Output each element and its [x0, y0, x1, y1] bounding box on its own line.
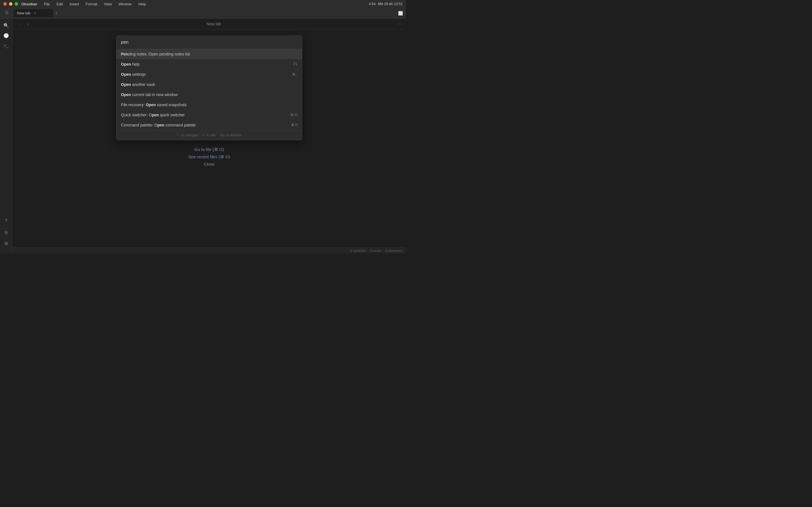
sidebar-item-help[interactable]: ? [2, 216, 11, 225]
sidebar-item-community[interactable]: ◎ [2, 228, 11, 237]
result-quick-switcher-text: Quick switcher: Open quick switcher [121, 113, 287, 117]
result-command-palette-text: Command palette: Open command palette [121, 123, 288, 127]
title-bar: Obsidian File Edit Insert Format View Wi… [0, 0, 406, 8]
tab-bar: ☰ New tab ✕ + ⬜ [0, 8, 406, 18]
active-tab[interactable]: New tab ✕ [13, 9, 53, 17]
sidebar: 🔍 🕐 >_ ? ◎ ⚙ [0, 18, 12, 253]
result-open-new-window-text: Open current tab in new window [121, 93, 297, 97]
footer-use: ↵ to use [202, 133, 215, 137]
result-quick-switcher[interactable]: Quick switcher: Open quick switcher ⌘ O [116, 110, 302, 120]
result-file-recovery-text: File recovery: Open saved snapshots [121, 103, 297, 107]
menu-view[interactable]: View [103, 1, 113, 7]
system-tray: 4:54 Mié 28 dic 12:51 [369, 2, 403, 6]
result-open-vault-text: Open another vault [121, 82, 297, 87]
result-highlight: Open [146, 103, 156, 107]
menu-help[interactable]: Help [137, 1, 147, 7]
more-options-button[interactable]: ⋯ [396, 20, 403, 27]
result-open-settings-text: Open settings [121, 72, 289, 76]
recent-files-link[interactable]: See recent files (⌘ O) [188, 154, 230, 159]
content-area: ‹ › New tab ⋯ Pending notes: Open pendin… [12, 18, 406, 253]
result-open-new-window[interactable]: Open current tab in new window [116, 90, 302, 100]
command-search-input[interactable] [121, 40, 297, 45]
go-to-file-link[interactable]: Go to file (⌘ O) [194, 147, 224, 152]
sidebar-item-terminal[interactable]: >_ [2, 41, 11, 50]
menu-insert[interactable]: Insert [68, 1, 80, 7]
result-open-help-text: Open help [121, 62, 290, 66]
back-button[interactable]: ‹ [16, 20, 22, 27]
system-time: 4:54 [369, 2, 375, 6]
result-highlight: Pen [121, 52, 128, 56]
menu-window[interactable]: Window [117, 1, 133, 7]
app-name[interactable]: Obsidian [20, 1, 38, 7]
result-highlight: pen [152, 113, 159, 117]
close-button[interactable] [3, 2, 7, 6]
traffic-lights [3, 2, 18, 6]
tab-controls: ☰ [2, 8, 11, 18]
status-bar: 0 backlinks 0 words 0 characters [12, 247, 406, 253]
result-command-palette-shortcut: ⌘ P [291, 123, 297, 127]
result-file-recovery[interactable]: File recovery: Open saved snapshots [116, 100, 302, 110]
tab-close-button[interactable]: ✕ [33, 11, 37, 15]
overlay-container: Pending notes: Open pending notes list O… [12, 33, 406, 253]
result-highlight: Open [121, 72, 131, 76]
maximize-button[interactable] [15, 2, 18, 6]
result-highlight: pen [157, 123, 164, 127]
results-list: Pending notes: Open pending notes list O… [116, 49, 302, 130]
menu-format[interactable]: Format [85, 1, 98, 7]
result-open-help[interactable]: Open help F1 [116, 59, 302, 69]
tab-actions: ⬜ [397, 10, 404, 17]
sidebar-item-recents[interactable]: 🕐 [2, 31, 11, 40]
tab-label: New tab [17, 11, 31, 15]
result-open-settings[interactable]: Open settings ⌘ , [116, 69, 302, 79]
result-open-help-shortcut: F1 [294, 62, 297, 66]
menu-bar: Obsidian File Edit Insert Format View Wi… [20, 1, 147, 7]
sidebar-bottom: ? ◎ ⚙ [2, 216, 11, 251]
main-layout: 🔍 🕐 >_ ? ◎ ⚙ ‹ › New tab ⋯ [0, 18, 406, 253]
result-highlight: Open [121, 82, 131, 87]
minimize-button[interactable] [9, 2, 12, 6]
result-open-settings-shortcut: ⌘ , [292, 72, 297, 76]
backlinks-count: 0 backlinks [350, 249, 366, 252]
footer-navigate: ↑↓ to navigate [177, 133, 198, 137]
page-title: New tab [34, 22, 394, 26]
result-highlight: Open [121, 93, 131, 97]
system-date: Mié 28 dic 12:51 [378, 2, 403, 6]
menu-file[interactable]: File [43, 1, 51, 7]
result-quick-switcher-shortcut: ⌘ O [290, 113, 297, 117]
word-count: 0 words [370, 249, 381, 252]
menu-edit[interactable]: Edit [56, 1, 64, 7]
sidebar-item-settings[interactable]: ⚙ [2, 239, 11, 248]
result-open-vault[interactable]: Open another vault [116, 79, 302, 90]
char-count: 0 characters [386, 249, 403, 252]
footer-dismiss: esc to dismiss [220, 133, 241, 137]
sidebar-item-search[interactable]: 🔍 [2, 21, 11, 30]
close-link[interactable]: Close [204, 162, 214, 166]
new-tab-content: Go to file (⌘ O) See recent files (⌘ O) … [188, 147, 230, 166]
add-tab-button[interactable]: + [53, 10, 60, 17]
sidebar-toggle-icon[interactable]: ☰ [2, 8, 11, 17]
split-view-button[interactable]: ⬜ [397, 10, 404, 17]
result-pending-notes[interactable]: Pending notes: Open pending notes list [116, 49, 302, 59]
result-command-palette[interactable]: Command palette: Open command palette ⌘ … [116, 120, 302, 130]
result-pending-notes-text: Pending notes: Open pending notes list [121, 52, 297, 56]
search-box [116, 36, 302, 49]
command-palette: Pending notes: Open pending notes list O… [116, 36, 302, 140]
forward-button[interactable]: › [25, 20, 32, 27]
result-highlight: Open [121, 62, 131, 66]
content-nav: ‹ › New tab ⋯ [12, 18, 406, 29]
palette-footer: ↑↓ to navigate ↵ to use esc to dismiss [116, 130, 302, 140]
